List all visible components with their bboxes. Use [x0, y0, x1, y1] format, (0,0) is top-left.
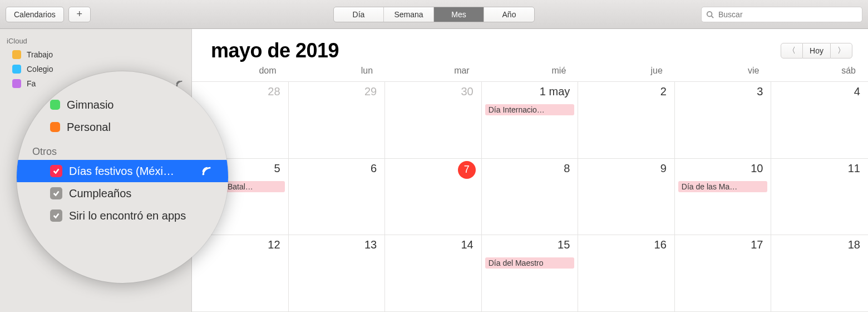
- calendar-cell[interactable]: 15Día del Maestro: [482, 235, 579, 312]
- calendar-cell[interactable]: 17: [675, 235, 772, 312]
- calendar-cell[interactable]: 6: [289, 159, 386, 236]
- dow-label: sáb: [771, 66, 868, 76]
- calendars-button[interactable]: Calendarios: [6, 7, 64, 22]
- dow-label: vie: [675, 66, 772, 76]
- calendar-color-swatch: [12, 79, 21, 88]
- day-number: 29: [364, 85, 377, 98]
- calendar-color-swatch: [12, 65, 21, 74]
- lens-section-title: Otros: [17, 138, 228, 160]
- sidebar-item-label: Trabajo: [27, 50, 184, 59]
- sidebar-item-trabajo[interactable]: Trabajo: [0, 47, 191, 62]
- calendar-cell[interactable]: 18: [771, 235, 868, 312]
- calendar-color-swatch: [12, 50, 21, 59]
- lens-item-personal[interactable]: Personal: [17, 116, 228, 138]
- day-number: 16: [654, 238, 667, 251]
- day-number: 13: [364, 238, 377, 251]
- today-marker: 7: [458, 161, 476, 179]
- dow-label: dom: [192, 66, 289, 76]
- lens-item-label: Personal: [67, 121, 213, 134]
- svg-line-1: [712, 16, 714, 18]
- month-title: mayo de 2019: [211, 39, 339, 62]
- day-number: 10: [751, 162, 763, 175]
- svg-point-0: [707, 11, 712, 16]
- day-number: 28: [268, 85, 280, 98]
- lens-item-label: Gimnasio: [67, 99, 213, 111]
- calendar-grid: 2829301 mayDía Internacio…2345Día de la …: [192, 81, 868, 312]
- lens-item-label: Siri lo encontró en apps: [69, 209, 213, 222]
- nav-group: 〈 Hoy 〉: [781, 43, 852, 58]
- day-number: 14: [461, 238, 473, 251]
- day-number: 17: [751, 238, 763, 251]
- day-number: 30: [461, 85, 473, 98]
- checkbox-checked[interactable]: [50, 165, 62, 177]
- day-number: 18: [848, 238, 860, 251]
- calendar-cell[interactable]: 11: [771, 159, 868, 236]
- checkbox-checked[interactable]: [50, 187, 62, 199]
- dow-label: mar: [385, 66, 482, 76]
- day-of-week-row: dom lun mar mié jue vie sáb: [192, 66, 868, 81]
- day-number: 1 may: [540, 85, 570, 98]
- day-number: 8: [564, 162, 570, 175]
- lens-item-holidays[interactable]: Días festivos (Méxi…: [17, 160, 228, 182]
- segment-year[interactable]: Año: [484, 7, 534, 22]
- calendar-cell[interactable]: 2: [578, 82, 675, 159]
- dow-label: mié: [482, 66, 579, 76]
- calendar-cell[interactable]: 3: [675, 82, 772, 159]
- chevron-right-icon: 〉: [837, 46, 845, 56]
- checkbox-checked[interactable]: [50, 209, 62, 222]
- calendar-cell[interactable]: 16: [578, 235, 675, 312]
- calendar-cell[interactable]: 10Día de las Ma…: [675, 159, 772, 236]
- calendar-color-swatch: [50, 122, 60, 132]
- day-number: 15: [558, 238, 570, 251]
- next-button[interactable]: 〉: [830, 43, 852, 58]
- day-number: 2: [660, 85, 667, 98]
- lens-item-siri[interactable]: Siri lo encontró en apps: [17, 204, 228, 227]
- calendar-cell[interactable]: 14: [385, 235, 482, 312]
- calendar-header: mayo de 2019 〈 Hoy 〉: [192, 29, 868, 66]
- day-number: 9: [660, 162, 667, 175]
- calendar-cell[interactable]: 13: [289, 235, 386, 312]
- day-number: 4: [854, 85, 860, 98]
- segment-day[interactable]: Día: [334, 7, 384, 22]
- event-pill[interactable]: Día del Maestro: [485, 257, 575, 269]
- chevron-left-icon: 〈: [788, 46, 796, 56]
- calendar-cell[interactable]: 30: [385, 82, 482, 159]
- calendar-color-swatch: [50, 100, 60, 110]
- today-button[interactable]: Hoy: [803, 43, 830, 58]
- dow-label: lun: [289, 66, 386, 76]
- add-button[interactable]: +: [68, 7, 91, 22]
- calendar-cell[interactable]: 8: [482, 159, 579, 236]
- toolbar: Calendarios + Día Semana Mes Año: [0, 0, 868, 29]
- calendar-cell[interactable]: 9: [578, 159, 675, 236]
- calendar-cell[interactable]: 4: [771, 82, 868, 159]
- segment-week[interactable]: Semana: [384, 7, 434, 22]
- search-field-wrap: [701, 7, 862, 22]
- search-icon: [706, 11, 714, 18]
- broadcast-icon: [200, 165, 213, 177]
- event-pill[interactable]: Día Internacio…: [485, 104, 575, 115]
- calendar-main: mayo de 2019 〈 Hoy 〉 dom lun mar mié jue…: [192, 29, 868, 312]
- day-number: 6: [371, 162, 377, 175]
- lens-item-label: Cumpleaños: [69, 187, 213, 200]
- magnifier-lens: Gimnasio Personal Otros Días festivos (M…: [17, 71, 228, 283]
- calendar-cell[interactable]: 29: [289, 82, 386, 159]
- event-pill[interactable]: Día de las Ma…: [678, 181, 768, 192]
- calendar-cell[interactable]: 12: [192, 235, 289, 312]
- dow-label: jue: [578, 66, 675, 76]
- segment-month[interactable]: Mes: [434, 7, 484, 22]
- day-number: 3: [757, 85, 763, 98]
- lens-item-birthdays[interactable]: Cumpleaños: [17, 182, 228, 204]
- search-input[interactable]: [701, 7, 862, 22]
- prev-button[interactable]: 〈: [781, 43, 803, 58]
- calendar-cell[interactable]: 7: [385, 159, 482, 236]
- day-number: 11: [848, 162, 860, 175]
- day-number: 12: [268, 238, 280, 251]
- day-number: 5: [274, 162, 280, 175]
- lens-item-label: Días festivos (Méxi…: [69, 165, 194, 178]
- sidebar-section-title: iCloud: [0, 35, 191, 47]
- calendar-cell[interactable]: 1 mayDía Internacio…: [482, 82, 579, 159]
- view-segmented-control: Día Semana Mes Año: [333, 7, 535, 22]
